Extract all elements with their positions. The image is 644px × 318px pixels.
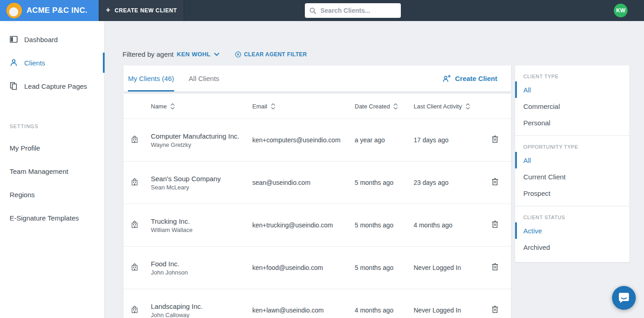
clear-agent-filter-label: CLEAR AGENT FILTER: [244, 51, 307, 58]
table-row[interactable]: Trucking Inc.William Wallaceken+trucking…: [123, 204, 511, 247]
agent-dropdown[interactable]: KEN WOHL: [177, 51, 219, 58]
contact-name: William Wallace: [151, 226, 192, 233]
chat-bubble-icon: [618, 292, 630, 304]
chat-launcher-button[interactable]: [612, 286, 636, 310]
last-activity-cell: 23 days ago: [414, 179, 448, 186]
user-avatar[interactable]: KW: [614, 4, 628, 17]
last-activity-cell: 17 days ago: [414, 136, 448, 144]
delete-trash-icon: [491, 135, 499, 143]
plus-icon: +: [106, 6, 111, 14]
agent-name: KEN WOHL: [177, 51, 211, 58]
sidebar-item-label: Dashboard: [24, 36, 58, 43]
tab-all-clients[interactable]: All Clients: [189, 65, 219, 92]
create-new-client-button[interactable]: + CREATE NEW CLIENT: [99, 0, 184, 21]
sidebar-item-label: Clients: [24, 59, 45, 67]
sort-icon: [170, 103, 175, 109]
sort-icon: [271, 103, 276, 109]
client-email-cell: ken+lawn@useindio.com: [252, 307, 324, 314]
client-email-cell: sean@useindio.com: [252, 179, 310, 186]
client-email-cell: ken+trucking@useindio.com: [252, 221, 333, 229]
brand-logo-block[interactable]: ACME P&C INC.: [0, 0, 99, 21]
filter-option-status-archived[interactable]: Archived: [515, 239, 629, 255]
sidebar-item-clients[interactable]: Clients: [0, 54, 104, 72]
contact-name: Sean McLeary: [151, 184, 221, 191]
create-new-client-label: CREATE NEW CLIENT: [115, 7, 177, 14]
delete-trash-icon: [491, 220, 499, 228]
column-header-date-created[interactable]: Date Created: [355, 103, 398, 110]
avatar-initials: KW: [616, 7, 625, 14]
chevron-down-icon: [214, 53, 219, 56]
column-header-email[interactable]: Email: [252, 103, 276, 110]
table-row[interactable]: Sean's Soup CompanySean McLearysean@usei…: [123, 162, 511, 204]
settings-section-header: SETTINGS: [10, 124, 104, 129]
app-root: ACME P&C INC. + CREATE NEW CLIENT KW Das…: [0, 0, 644, 318]
column-header-name[interactable]: Name: [151, 103, 175, 110]
date-created-cell: 4 months ago: [355, 307, 394, 314]
table-row[interactable]: Food Inc.John Johnsonken+food@useindio.c…: [123, 247, 511, 289]
client-name-cell: Trucking Inc.William Wallace: [151, 217, 192, 233]
building-icon: [131, 220, 138, 228]
filter-section-title: CLIENT TYPE: [515, 71, 629, 81]
company-name: Computer Manufacturing Inc.: [151, 132, 239, 140]
company-name: Trucking Inc.: [151, 217, 192, 225]
filter-section-client-type: CLIENT TYPE All Commercial Personal: [515, 65, 629, 135]
table-row[interactable]: Landscaping Inc.John Callowayken+lawn@us…: [123, 289, 511, 318]
filter-option-client-type-personal[interactable]: Personal: [515, 114, 629, 131]
filter-option-client-type-commercial[interactable]: Commercial: [515, 98, 629, 114]
column-header-last-client-activity[interactable]: Last Client Activity: [414, 103, 470, 110]
contact-name: John Johnson: [151, 269, 188, 276]
filter-section-opportunity-type: OPPORTUNITY TYPE All Current Client Pros…: [515, 135, 629, 206]
company-name: Landscaping Inc.: [151, 302, 202, 310]
filtered-by-label: Filtered by agent: [122, 50, 174, 58]
client-name-cell: Sean's Soup CompanySean McLeary: [151, 175, 221, 191]
sidebar-item-dashboard[interactable]: Dashboard: [0, 30, 104, 49]
sidebar-item-regions[interactable]: Regions: [0, 190, 104, 199]
delete-client-button[interactable]: [491, 220, 499, 230]
sidebar-item-label: Lead Capture Pages: [24, 82, 87, 90]
contact-name: John Calloway: [151, 312, 202, 318]
client-name-cell: Computer Manufacturing Inc.Wayne Gretzky: [151, 132, 239, 148]
filters-panel: CLIENT TYPE All Commercial Personal OPPO…: [515, 65, 629, 262]
sidebar-item-my-profile[interactable]: My Profile: [0, 143, 104, 152]
building-icon: [131, 263, 138, 271]
client-email-cell: ken+computers@useindio.com: [252, 136, 341, 144]
last-activity-cell: Never Logged In: [414, 307, 461, 314]
date-created-cell: a year ago: [355, 136, 385, 144]
filter-option-client-type-all[interactable]: All: [515, 81, 629, 98]
delete-client-button[interactable]: [491, 135, 499, 145]
building-icon: [131, 178, 138, 186]
clients-table: Name Email Date Created Last Client Acti…: [123, 94, 511, 318]
brand-name: ACME P&C INC.: [27, 6, 87, 15]
delete-client-button[interactable]: [491, 305, 499, 315]
tab-my-clients[interactable]: My Clients (46): [128, 65, 174, 92]
delete-client-button[interactable]: [491, 263, 499, 273]
create-client-button[interactable]: Create Client: [442, 65, 497, 92]
filter-option-opportunity-all[interactable]: All: [515, 152, 629, 168]
client-email-cell: ken+food@useindio.com: [252, 264, 323, 271]
delete-trash-icon: [491, 178, 499, 186]
table-row[interactable]: Computer Manufacturing Inc.Wayne Gretzky…: [123, 119, 511, 162]
sidebar-item-team-management[interactable]: Team Management: [0, 167, 104, 176]
left-sidebar: Dashboard Clients Lead Capture Pages SET…: [0, 21, 105, 318]
filter-option-opportunity-current-client[interactable]: Current Client: [515, 168, 629, 185]
sidebar-item-lead-capture-pages[interactable]: Lead Capture Pages: [0, 77, 104, 95]
company-name: Food Inc.: [151, 260, 188, 268]
table-header-row: Name Email Date Created Last Client Acti…: [123, 94, 511, 119]
clear-agent-filter-button[interactable]: CLEAR AGENT FILTER: [235, 51, 307, 58]
date-created-cell: 5 months ago: [355, 221, 394, 229]
delete-client-button[interactable]: [491, 178, 499, 188]
search-input[interactable]: [320, 7, 396, 14]
filter-option-status-active[interactable]: Active: [515, 222, 629, 239]
sidebar-item-esignature-templates[interactable]: E-Signature Templates: [0, 213, 104, 222]
filter-section-client-status: CLIENT STATUS Active Archived: [515, 206, 629, 260]
filter-option-opportunity-prospect[interactable]: Prospect: [515, 185, 629, 201]
date-created-cell: 5 months ago: [355, 179, 394, 186]
search-box: [305, 3, 401, 18]
client-name-cell: Food Inc.John Johnson: [151, 260, 188, 276]
agent-filter-bar: Filtered by agent KEN WOHL CLEAR AGENT F…: [122, 50, 307, 58]
dashboard-icon: [10, 35, 18, 43]
sort-icon: [393, 103, 398, 109]
delete-trash-icon: [491, 263, 499, 271]
filter-section-title: CLIENT STATUS: [515, 212, 629, 222]
delete-trash-icon: [491, 305, 499, 313]
